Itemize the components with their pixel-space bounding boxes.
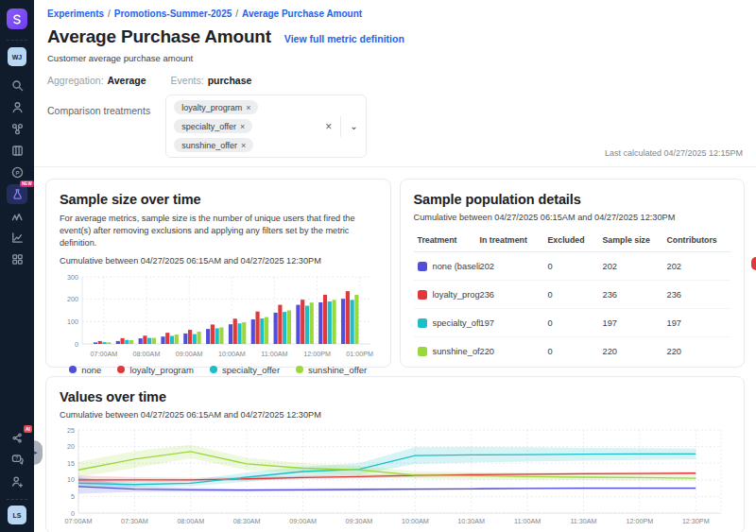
chip-label: specialty_offer [181, 122, 236, 131]
values-line-chart: 051015202507:00AM07:30AM08:00AM08:30AM09… [60, 425, 727, 527]
population-table-header: TreatmentIn treatmentExcludedSample size… [414, 231, 731, 252]
cards-area: Sample size over time For average metric… [34, 167, 756, 532]
metrics-chart-icon[interactable] [7, 228, 27, 248]
table-cell: 0 [548, 347, 603, 356]
legend-item[interactable]: loyalty_program [117, 365, 194, 375]
users-icon[interactable] [7, 97, 27, 117]
svg-text:11:00AM: 11:00AM [261, 350, 287, 358]
svg-text:10: 10 [67, 475, 75, 484]
ai-badge: AI [24, 425, 32, 433]
treatment-chip[interactable]: specialty_offer× [174, 119, 252, 133]
aggregation-value: Average [108, 75, 146, 86]
treatment-chip[interactable]: sunshine_offer× [174, 138, 253, 152]
invite-user-icon[interactable] [7, 472, 27, 491]
view-metric-definition-link[interactable]: View full metric definition [284, 33, 404, 44]
legend-item[interactable]: sunshine_offer [296, 365, 367, 375]
svg-text:15: 15 [67, 459, 75, 468]
dynamic-config-icon[interactable] [7, 141, 27, 161]
column-header: Excluded [548, 235, 603, 245]
bar-chart-legend: noneloyalty_programspecialty_offersunshi… [60, 365, 377, 375]
treatment-name: loyalty_program [433, 290, 480, 300]
chip-remove-icon[interactable]: × [241, 141, 246, 150]
metric-subtitle: Customer average purchase amount [47, 53, 743, 63]
svg-text:200: 200 [67, 295, 78, 303]
svg-text:12:00PM: 12:00PM [626, 517, 653, 525]
breadcrumb-link[interactable]: Experiments [47, 9, 104, 19]
breadcrumb-link[interactable]: Promotions-Summer-2025 [114, 9, 232, 19]
table-cell: 197 [480, 318, 548, 328]
table-row: loyalty_program2360236236 [414, 281, 731, 309]
table-cell: 197 [603, 318, 667, 328]
table-cell: 0 [548, 262, 603, 271]
table-cell: 220 [603, 347, 667, 356]
svg-text:08:30AM: 08:30AM [233, 517, 261, 525]
treatment-cell: sunshine_offer [418, 347, 480, 356]
help-chat-icon[interactable]: ? [7, 450, 27, 470]
chevron-down-icon[interactable]: ⌄ [350, 121, 357, 131]
breadcrumb-link[interactable]: Average Purchase Amount [242, 9, 362, 19]
treatment-cell: specialty_offer [418, 318, 480, 328]
new-badge: NEW [20, 180, 34, 187]
legend-label: sunshine_offer [308, 365, 367, 375]
pulse-icon[interactable]: P [7, 163, 27, 182]
treatment-chip[interactable]: loyalty_program× [174, 100, 258, 114]
svg-text:10:00AM: 10:00AM [218, 350, 246, 358]
svg-text:07:00AM: 07:00AM [90, 350, 117, 358]
svg-text:12:30PM: 12:30PM [682, 517, 710, 525]
comparison-row: Comparison treatments loyalty_program×sp… [47, 94, 743, 158]
table-cell: 236 [603, 290, 667, 300]
table-row: sunshine_offer2200220220 [414, 337, 731, 365]
legend-item[interactable]: specialty_offer [210, 365, 280, 375]
table-cell: 236 [667, 290, 728, 300]
treatment-color-swatch [418, 318, 427, 328]
svg-text:08:00AM: 08:00AM [177, 517, 204, 525]
treatment-cell: none (baseline) [418, 262, 480, 271]
table-cell: 0 [548, 318, 603, 328]
chip-remove-icon[interactable]: × [246, 103, 250, 112]
table-cell: 220 [667, 347, 728, 356]
feature-gates-icon[interactable] [7, 119, 27, 139]
sample-size-card: Sample size over time For average metric… [45, 179, 391, 368]
svg-text:11:00AM: 11:00AM [514, 517, 541, 525]
experiments-icon[interactable]: NEW [7, 184, 27, 204]
user-avatar[interactable]: LS [8, 506, 26, 524]
right-edge-handle[interactable] [751, 257, 756, 270]
treatment-name: specialty_offer [433, 318, 480, 328]
svg-text:11:30AM: 11:30AM [570, 517, 596, 525]
ai-assistant-icon[interactable]: AI [7, 428, 27, 448]
svg-text:12:00PM: 12:00PM [303, 350, 331, 358]
last-calculated-text: Last calculated 04/27/2025 12:15PM [605, 148, 743, 158]
legend-dot [117, 366, 125, 373]
sidebar-bottom: AI ? LS [7, 428, 27, 524]
svg-text:P: P [15, 169, 19, 176]
treatment-chips: loyalty_program×specialty_offer×sunshine… [174, 100, 316, 152]
svg-text:09:00AM: 09:00AM [176, 350, 203, 358]
svg-text:0: 0 [75, 339, 78, 348]
select-divider [340, 116, 341, 137]
breadcrumb-separator: / [235, 9, 238, 19]
holdouts-icon[interactable] [7, 206, 27, 226]
column-header: In treatment [480, 235, 548, 245]
legend-item[interactable]: none [69, 365, 101, 375]
svg-text:?: ? [15, 456, 18, 461]
svg-text:01:00PM: 01:00PM [346, 350, 373, 358]
clear-all-icon[interactable]: × [325, 120, 332, 133]
apps-grid-icon[interactable] [7, 249, 27, 269]
svg-text:10:00AM: 10:00AM [402, 517, 429, 525]
search-icon[interactable] [7, 76, 27, 95]
svg-text:07:30AM: 07:30AM [121, 517, 148, 525]
population-title: Sample population details [414, 192, 731, 207]
sample-size-cumulative: Cumulative between 04/27/2025 06:15AM an… [60, 256, 377, 266]
app-root: WJ P NEW AI [0, 0, 756, 532]
treatment-name: none (baseline) [433, 262, 480, 271]
chip-remove-icon[interactable]: × [240, 122, 245, 131]
statsig-logo-icon[interactable] [7, 9, 27, 29]
population-table-body: none (baseline)2020202202loyalty_program… [414, 252, 731, 365]
chip-label: sunshine_offer [181, 141, 237, 150]
sample-size-description: For average metrics, sample size is the … [60, 213, 377, 249]
table-cell: 202 [480, 262, 548, 271]
workspace-avatar[interactable]: WJ [8, 47, 26, 66]
aggregation-label: Aggregation: [47, 75, 104, 86]
legend-label: specialty_offer [222, 365, 280, 375]
treatment-multiselect[interactable]: loyalty_program×specialty_offer×sunshine… [165, 94, 366, 158]
